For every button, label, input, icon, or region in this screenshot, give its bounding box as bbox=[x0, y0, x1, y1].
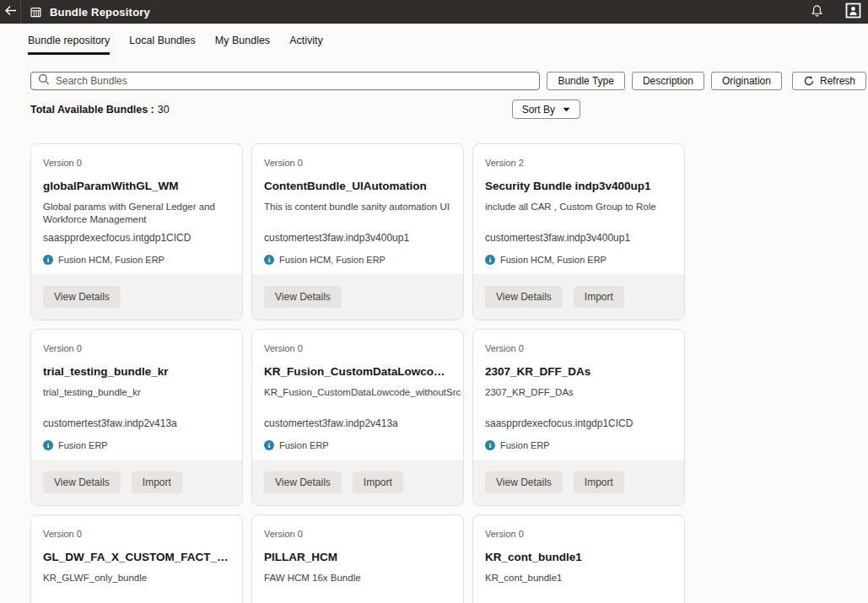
card-version: Version 0 bbox=[485, 529, 672, 539]
page-title: Bundle Repository bbox=[50, 6, 150, 19]
user-avatar-icon bbox=[845, 3, 861, 21]
card-applications-row: i Fusion HCM, Fusion ERP bbox=[485, 255, 672, 265]
card-applications: Fusion ERP bbox=[500, 440, 550, 450]
total-bundles-value: 30 bbox=[158, 104, 170, 116]
card-applications: Fusion ERP bbox=[279, 440, 329, 450]
card-title: KR_Fusion_CustomDataLowcode_wit... bbox=[264, 365, 451, 378]
import-button[interactable]: Import bbox=[353, 471, 403, 493]
sort-by-dropdown[interactable]: Sort By bbox=[512, 100, 580, 119]
tab-local-bundles[interactable]: Local Bundles bbox=[129, 35, 196, 55]
back-button[interactable] bbox=[0, 0, 20, 24]
card-footer: View DetailsImport bbox=[473, 274, 684, 320]
refresh-icon bbox=[803, 75, 815, 87]
app-header: Bundle Repository bbox=[0, 0, 868, 24]
view-details-button[interactable]: View Details bbox=[485, 286, 563, 308]
card-body: Version 0 GL_DW_FA_X_CUSTOM_FACT_GLDET..… bbox=[31, 515, 242, 603]
card-title: Security Bundle indp3v400up1 bbox=[485, 180, 672, 192]
card-title: globalParamWithGL_WM bbox=[43, 180, 230, 192]
card-body: Version 0 ContentBundle_UIAutomation Thi… bbox=[252, 144, 463, 265]
card-applications: Fusion ERP bbox=[58, 440, 108, 450]
card-title: trial_testing_bundle_kr bbox=[43, 365, 230, 378]
card-applications: Fusion HCM, Fusion ERP bbox=[58, 255, 164, 265]
card-footer: View DetailsImport bbox=[252, 460, 463, 505]
card-description: Global params with General Ledger and Wo… bbox=[43, 201, 230, 226]
refresh-button[interactable]: Refresh bbox=[792, 72, 866, 90]
notifications-button[interactable] bbox=[811, 4, 823, 20]
info-icon: i bbox=[43, 440, 53, 450]
card-description: include all CAR , Custom Group to Role bbox=[485, 201, 672, 226]
header-divider bbox=[20, 0, 21, 24]
search-box bbox=[30, 72, 540, 90]
card-body: Version 0 KR_Fusion_CustomDataLowcode_wi… bbox=[252, 330, 463, 450]
info-icon: i bbox=[485, 440, 495, 450]
bundle-type-filter-button[interactable]: Bundle Type bbox=[547, 72, 625, 90]
view-details-button[interactable]: View Details bbox=[43, 286, 121, 308]
view-details-button[interactable]: View Details bbox=[264, 471, 342, 493]
card-title: GL_DW_FA_X_CUSTOM_FACT_GLDET... bbox=[43, 551, 230, 563]
card-applications-row: i Fusion ERP bbox=[485, 440, 672, 450]
card-description: 2307_KR_DFF_DAs bbox=[485, 386, 672, 412]
card-body: Version 0 2307_KR_DFF_DAs 2307_KR_DFF_DA… bbox=[473, 330, 684, 450]
info-icon: i bbox=[264, 255, 274, 265]
bundle-card: Version 2 Security Bundle indp3v400up1 i… bbox=[472, 143, 685, 320]
bundle-card: Version 0 GL_DW_FA_X_CUSTOM_FACT_GLDET..… bbox=[30, 514, 243, 603]
card-source: saaspprdexecfocus.intgdp1CICD bbox=[485, 417, 672, 429]
search-icon bbox=[38, 73, 56, 89]
card-title: PILLAR_HCM bbox=[264, 551, 451, 563]
card-version: Version 0 bbox=[264, 529, 451, 539]
card-description: KR_Fusion_CustomDataLowcode_withoutSrc bbox=[264, 386, 451, 412]
refresh-label: Refresh bbox=[820, 75, 855, 87]
card-description: FAW HCM 16x Bundle bbox=[264, 572, 451, 597]
bell-icon bbox=[811, 4, 823, 20]
card-version: Version 0 bbox=[485, 343, 672, 353]
bundle-card: Version 0 PILLAR_HCM FAW HCM 16x Bundle … bbox=[251, 514, 464, 603]
tab-bar: Bundle repositoryLocal BundlesMy Bundles… bbox=[0, 24, 868, 55]
card-version: Version 0 bbox=[264, 158, 451, 168]
info-icon: i bbox=[43, 255, 53, 265]
user-menu-button[interactable] bbox=[845, 3, 861, 21]
card-body: Version 0 KR_cont_bundle1 KR_cont_bundle… bbox=[473, 515, 684, 603]
card-title: KR_cont_bundle1 bbox=[485, 551, 672, 563]
search-input[interactable] bbox=[56, 75, 532, 87]
card-body: Version 2 Security Bundle indp3v400up1 i… bbox=[473, 144, 684, 265]
import-button[interactable]: Import bbox=[574, 286, 624, 308]
bundle-card: Version 0 globalParamWithGL_WM Global pa… bbox=[30, 143, 243, 320]
card-body: Version 0 globalParamWithGL_WM Global pa… bbox=[31, 144, 242, 265]
tab-bundle-repository[interactable]: Bundle repository bbox=[28, 35, 110, 55]
bundle-card-grid: Version 0 globalParamWithGL_WM Global pa… bbox=[30, 143, 868, 603]
chevron-down-icon bbox=[563, 107, 570, 112]
card-applications-row: i Fusion HCM, Fusion ERP bbox=[264, 255, 451, 265]
bundle-card: Version 0 KR_cont_bundle1 KR_cont_bundle… bbox=[472, 514, 685, 603]
total-bundles-label: Total Available Bundles : bbox=[30, 104, 154, 116]
card-version: Version 0 bbox=[264, 343, 451, 353]
view-details-button[interactable]: View Details bbox=[264, 286, 342, 308]
repository-icon bbox=[30, 6, 42, 19]
bundle-card: Version 0 2307_KR_DFF_DAs 2307_KR_DFF_DA… bbox=[472, 329, 685, 506]
card-title: ContentBundle_UIAutomation bbox=[264, 180, 451, 192]
view-details-button[interactable]: View Details bbox=[43, 471, 121, 493]
tab-my-bundles[interactable]: My Bundles bbox=[215, 35, 270, 55]
card-body: Version 0 trial_testing_bundle_kr trial_… bbox=[31, 330, 242, 450]
card-description: KR_cont_bundle1 bbox=[485, 572, 672, 597]
toolbar: Bundle TypeDescriptionOrigination Refres… bbox=[30, 72, 866, 90]
bundle-card: Version 0 trial_testing_bundle_kr trial_… bbox=[30, 329, 243, 506]
card-applications-row: i Fusion ERP bbox=[43, 440, 230, 450]
description-filter-button[interactable]: Description bbox=[632, 72, 704, 90]
card-applications-row: i Fusion HCM, Fusion ERP bbox=[43, 255, 230, 265]
card-source: customertest3faw.indp3v400up1 bbox=[264, 232, 451, 244]
card-source: customertest3faw.indp2v413a bbox=[264, 417, 451, 429]
back-arrow-icon bbox=[4, 5, 17, 19]
card-body: Version 0 PILLAR_HCM FAW HCM 16x Bundle … bbox=[252, 515, 463, 603]
tab-activity[interactable]: Activity bbox=[289, 35, 323, 55]
bundle-card: Version 0 ContentBundle_UIAutomation Thi… bbox=[251, 143, 464, 320]
origination-filter-button[interactable]: Origination bbox=[711, 72, 782, 90]
view-details-button[interactable]: View Details bbox=[485, 471, 563, 493]
import-button[interactable]: Import bbox=[132, 471, 182, 493]
meta-row: Total Available Bundles : 30 Sort By bbox=[30, 100, 868, 119]
import-button[interactable]: Import bbox=[574, 471, 624, 493]
card-version: Version 2 bbox=[485, 158, 672, 168]
card-description: trial_testing_bundle_kr bbox=[43, 386, 230, 412]
card-applications: Fusion HCM, Fusion ERP bbox=[279, 255, 385, 265]
card-footer: View DetailsImport bbox=[31, 460, 242, 505]
card-footer: View Details bbox=[31, 274, 242, 320]
